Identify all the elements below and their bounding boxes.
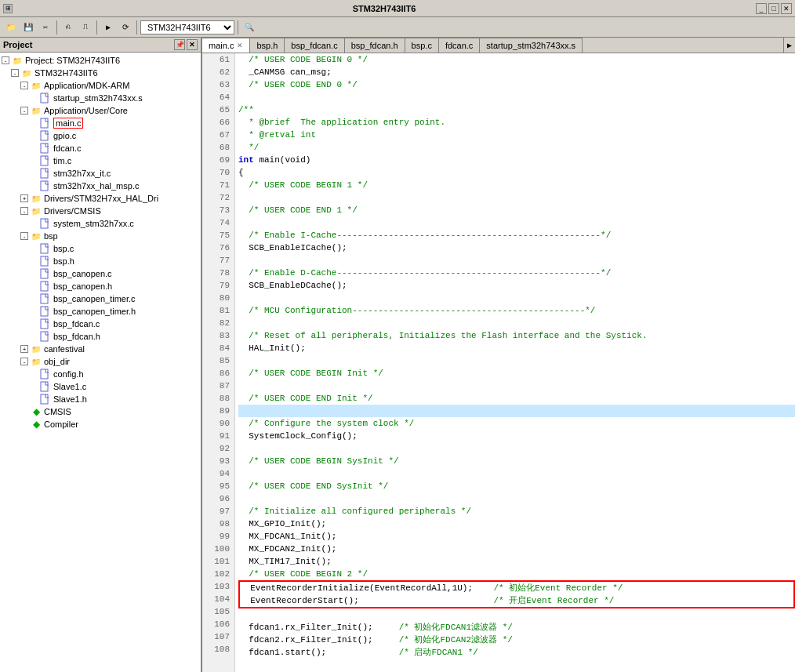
tree-item[interactable]: gpio.c [0,129,201,142]
folder-icon: 📁 [30,80,42,91]
tree-expander-icon[interactable]: + [20,345,28,353]
line-number: 81 [202,304,234,317]
tree-label: Compiler [44,420,78,429]
file-icon [39,318,52,329]
red-box-highlight: EventRecorderInitialize(EventRecordAll,1… [238,580,795,608]
line-number: 84 [202,342,234,354]
tree-item[interactable]: bsp_canopen_timer.h [0,305,201,318]
tab-main-c[interactable]: main.c✕ [202,38,250,53]
maximize-button[interactable]: □ [768,3,779,14]
file-icon [39,155,52,166]
tabs-scroll-arrow[interactable]: ▶ [783,38,795,53]
folder-icon: 📁 [30,105,42,116]
tree-item[interactable]: Slave1.c [0,380,201,393]
line-number: 79 [202,279,234,292]
tab-label: bsp.c [412,41,432,50]
code-line: int main(void) [238,154,795,166]
toolbar-icon-rebuild[interactable]: ⟳ [118,20,133,35]
toolbar-icon-debug[interactable]: 🔍 [241,20,257,35]
code-line [238,191,795,204]
tree-item[interactable]: tim.c [0,154,201,167]
tree-label: bsp_canopen.c [53,269,112,278]
tree-item[interactable]: +📁Drivers/STM32H7xx_HAL_Dri [0,192,201,205]
code-line: EventRecorderInitialize(EventRecordAll,1… [240,582,793,594]
tree-item[interactable]: -📁STM32H743IIT6 [0,67,201,79]
tree-item[interactable]: ◆CMSIS [0,405,201,418]
tree-expander-icon[interactable]: + [20,194,28,202]
tree-expander-icon[interactable]: - [2,56,9,64]
panel-close-icon[interactable]: ✕ [187,39,198,50]
tree-item[interactable]: -📁Project: STM32H743IIT6 [0,54,201,67]
tab-bsp_fdcan-h[interactable]: bsp_fdcan.h [345,38,405,53]
tree-item[interactable]: bsp_canopen.c [0,267,201,280]
line-number: 82 [202,317,234,329]
tree-item[interactable]: +📁canfestival [0,343,201,355]
tree-item[interactable]: config.h [0,368,201,380]
panel-pin-icon[interactable]: 📌 [174,39,185,50]
toolbar-icon-1[interactable]: 📁 [3,20,19,35]
line-number: 93 [202,455,234,467]
tree-item[interactable]: bsp_fdcan.h [0,330,201,343]
toolbar-icon-build[interactable]: ▶ [100,20,116,35]
line-number: 73 [202,204,234,216]
tree-item[interactable]: bsp.h [0,255,201,267]
tab-close-icon[interactable]: ✕ [237,42,243,49]
toolbar-icon-3[interactable]: ✂ [38,20,53,35]
code-line [238,467,795,480]
tree-item[interactable]: bsp.c [0,242,201,255]
tree-label: Slave1.h [53,394,87,404]
tree-item[interactable]: bsp_canopen_timer.c [0,292,201,305]
tree-item[interactable]: -📁Application/MDK-ARM [0,79,201,92]
tab-bsp-h[interactable]: bsp.h [250,38,285,53]
tree-item[interactable]: main.c [0,117,201,129]
tree-item[interactable]: stm32h7xx_it.c [0,167,201,180]
line-number: 107 [202,630,234,643]
tree-expander-icon[interactable]: - [20,82,28,89]
tree-item[interactable]: -📁obj_dir [0,355,201,368]
tab-bsp-c[interactable]: bsp.c [405,38,439,53]
tree-expander-icon[interactable]: - [20,107,28,114]
toolbar-icon-2[interactable]: 💾 [20,20,36,35]
line-number: 74 [202,216,234,229]
tree-expander-icon[interactable]: - [20,207,28,215]
tree-expander-icon[interactable]: - [20,232,28,240]
code-content[interactable]: /* USER CODE BEGIN 0 */ _CANMSG can_msg;… [235,53,795,672]
tree-item[interactable]: startup_stm32h743xx.s [0,92,201,104]
tree-item[interactable]: fdcan.c [0,142,201,154]
close-button[interactable]: ✕ [781,3,792,14]
tree-item[interactable]: -📁Application/User/Core [0,104,201,117]
tab-startup_stm32h743xx-s[interactable]: startup_stm32h743xx.s [480,38,583,53]
tree-item[interactable]: stm32h7xx_hal_msp.c [0,180,201,192]
file-icon [39,256,52,267]
code-line [238,380,795,392]
tab-fdcan-c[interactable]: fdcan.c [439,38,480,53]
file-icon [39,306,52,317]
line-number: 68 [202,141,234,154]
tree-item[interactable]: -📁bsp [0,230,201,242]
tree-item[interactable]: ◆Compiler [0,418,201,430]
code-line: fdcan1.start(); /* 启动FDCAN1 */ [238,646,795,659]
svg-rect-3 [41,143,48,153]
toolbar-icon-4[interactable]: ⎌ [60,20,76,35]
svg-rect-6 [41,181,48,191]
minimize-button[interactable]: _ [756,3,767,14]
tree-item[interactable]: bsp_fdcan.c [0,318,201,330]
code-line: /* Reset of all peripherals, Initializes… [238,329,795,342]
tree-item[interactable]: system_stm32h7xx.c [0,217,201,230]
tree-item[interactable]: bsp_canopen.h [0,280,201,292]
tree-item[interactable]: Slave1.h [0,393,201,405]
tree-expander-icon[interactable]: - [11,69,19,77]
file-icon [39,143,52,154]
code-line: fdcan2.rx_Filter_Init(); /* 初始化FDCAN2滤波器… [238,634,795,646]
tree-label: stm32h7xx_hal_msp.c [53,181,139,191]
tree-item[interactable]: -📁Drivers/CMSIS [0,205,201,217]
tree-label: gpio.c [53,131,76,140]
toolbar-target-dropdown[interactable]: STM32H743IIT6 [140,20,234,35]
tree-expander-icon[interactable]: - [20,358,28,365]
code-line [238,317,795,329]
code-editor: 6162636465666768697071727374757677787980… [202,53,795,672]
file-icon [39,180,52,191]
toolbar-icon-5[interactable]: ⎍ [78,20,93,35]
tab-bsp_fdcan-c[interactable]: bsp_fdcan.c [285,38,344,53]
tree-label: STM32H743IIT6 [34,68,98,78]
